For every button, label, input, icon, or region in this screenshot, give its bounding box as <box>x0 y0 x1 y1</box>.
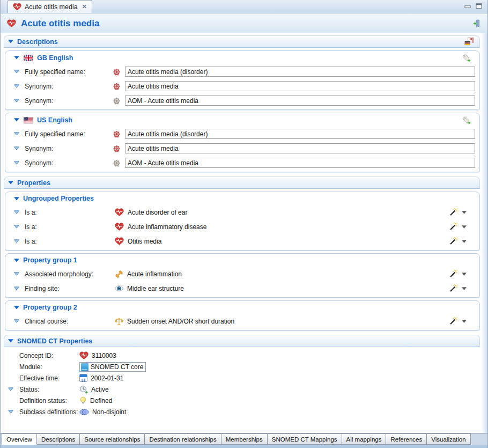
row-dropdown-icon[interactable] <box>14 84 19 88</box>
acceptable-rosette-icon <box>113 159 121 167</box>
row-dropdown-icon[interactable] <box>14 287 19 290</box>
actions-dropdown-icon[interactable] <box>462 225 467 229</box>
row-dropdown-icon[interactable] <box>8 410 13 414</box>
group-label: Property group 2 <box>23 304 77 311</box>
panel-header-us-english[interactable]: US English <box>5 113 479 127</box>
row-dropdown-icon[interactable] <box>14 210 19 214</box>
description-input[interactable] <box>125 143 475 153</box>
tab-destination-relationships[interactable]: Destination relationships <box>145 434 221 445</box>
row-dropdown-icon[interactable] <box>14 161 19 165</box>
collapse-caret-icon[interactable] <box>14 306 19 310</box>
add-bookmark-icon[interactable] <box>472 19 480 28</box>
actions-dropdown-icon[interactable] <box>462 240 467 243</box>
actions-dropdown-icon[interactable] <box>462 211 467 214</box>
editor-tab-acute-otitis-media[interactable]: Acute otitis media ✕ <box>8 0 92 13</box>
description-input[interactable] <box>125 158 475 168</box>
actions-dropdown-icon[interactable] <box>462 287 467 290</box>
row-actions <box>449 269 467 278</box>
description-input[interactable] <box>125 96 475 106</box>
row-dropdown-icon[interactable] <box>8 387 13 391</box>
section-header-properties[interactable]: Properties <box>4 177 480 189</box>
panel-header-group-2[interactable]: Property group 2 <box>5 301 479 314</box>
language-panel-gb-english: GB English Fully specified name: Synonym… <box>5 50 480 110</box>
window-controls <box>464 3 487 13</box>
collapse-caret-icon[interactable] <box>14 118 19 122</box>
clinical-course-scales-icon <box>115 317 123 326</box>
description-input[interactable] <box>125 81 475 91</box>
property-value-text: Middle ear structure <box>127 285 184 292</box>
property-group-panel-ungrouped: Ungrouped Properties Is a: Acute disorde… <box>5 192 480 251</box>
tab-all-mappings[interactable]: All mappings <box>342 434 387 445</box>
module-value: SNOMED CT core <box>91 363 143 371</box>
snomed-row-definition-status: Definition status: Defined <box>1 395 480 406</box>
edit-wand-icon[interactable] <box>449 237 458 246</box>
section-header-descriptions[interactable]: Descriptions <box>4 35 480 48</box>
panel-header-ungrouped[interactable]: Ungrouped Properties <box>5 192 479 205</box>
add-description-tag-icon[interactable] <box>462 115 471 124</box>
collapse-caret-icon[interactable] <box>8 339 13 343</box>
add-description-tag-icon[interactable] <box>462 53 471 62</box>
property-row: Is a: Otitis media <box>5 234 479 248</box>
property-value: Otitis media <box>115 237 161 245</box>
property-type-label: Associated morphology: <box>25 270 105 278</box>
minimize-icon[interactable] <box>464 3 471 9</box>
edit-wand-icon[interactable] <box>449 317 458 326</box>
edit-wand-icon[interactable] <box>449 269 458 278</box>
concept-id-value: 3110003 <box>92 352 116 359</box>
finding-site-eye-icon <box>115 285 123 291</box>
panel-header-group-1[interactable]: Property group 1 <box>5 254 479 267</box>
tab-source-relationships[interactable]: Source relationships <box>80 434 145 445</box>
collapse-caret-icon[interactable] <box>8 40 13 43</box>
edit-wand-icon[interactable] <box>449 222 458 231</box>
row-dropdown-icon[interactable] <box>14 99 19 102</box>
tab-descriptions[interactable]: Descriptions <box>37 434 80 445</box>
property-type-label: Is a: <box>25 209 105 216</box>
collapse-caret-icon[interactable] <box>14 259 19 262</box>
description-type-label: Synonym: <box>25 97 105 105</box>
morphology-bone-icon <box>115 270 123 278</box>
tab-overview[interactable]: Overview <box>2 434 37 445</box>
add-language-icon[interactable] <box>464 37 474 46</box>
maximize-icon[interactable] <box>476 3 482 9</box>
close-icon[interactable]: ✕ <box>82 3 87 10</box>
row-dropdown-icon[interactable] <box>14 319 19 323</box>
row-dropdown-icon[interactable] <box>14 272 19 276</box>
property-type-label: Finding site: <box>25 285 105 292</box>
actions-dropdown-icon[interactable] <box>462 273 467 276</box>
tab-snomed-ct-mappings[interactable]: SNOMED CT Mappings <box>268 434 342 445</box>
row-dropdown-icon[interactable] <box>14 146 19 150</box>
description-row: Fully specified name: <box>5 127 479 141</box>
edit-wand-icon[interactable] <box>449 208 458 217</box>
description-type-label: Fully specified name: <box>25 130 105 138</box>
row-dropdown-icon[interactable] <box>14 239 19 243</box>
module-value-box[interactable]: ihtsdo SNOMED CT core <box>79 362 146 372</box>
collapse-caret-icon[interactable] <box>14 197 19 201</box>
concept-heart-icon <box>79 351 88 359</box>
panel-header-gb-english[interactable]: GB English <box>5 51 479 64</box>
tab-memberships[interactable]: Memberships <box>221 434 268 445</box>
collapse-caret-icon[interactable] <box>8 181 13 185</box>
collapse-caret-icon[interactable] <box>14 56 19 60</box>
subclass-definitions-value: Non-disjoint <box>92 408 126 416</box>
actions-dropdown-icon[interactable] <box>462 320 467 323</box>
row-dropdown-icon[interactable] <box>14 225 19 229</box>
edit-wand-icon[interactable] <box>449 284 458 293</box>
venn-diagram-icon <box>79 409 89 415</box>
description-input[interactable] <box>125 129 475 139</box>
description-input[interactable] <box>125 67 475 77</box>
row-actions <box>449 284 467 293</box>
preferred-rosette-icon <box>113 144 121 153</box>
ihtsdo-module-icon: ihtsdo <box>81 363 88 371</box>
scroll-strip[interactable] <box>481 33 487 433</box>
language-label: US English <box>37 116 72 124</box>
preferred-rosette-icon <box>113 82 121 91</box>
property-value: Acute inflammatory disease <box>115 223 206 231</box>
description-type-label: Synonym: <box>25 159 105 167</box>
row-dropdown-icon[interactable] <box>14 70 19 74</box>
description-row: Synonym: <box>5 79 479 93</box>
tab-visualization[interactable]: Visualization <box>427 434 470 445</box>
tab-references[interactable]: References <box>386 434 427 445</box>
effective-time-value: 2002-01-31 <box>91 374 123 382</box>
row-dropdown-icon[interactable] <box>14 132 19 136</box>
section-header-snomed-ct-properties[interactable]: SNOMED CT Properties <box>4 335 480 347</box>
